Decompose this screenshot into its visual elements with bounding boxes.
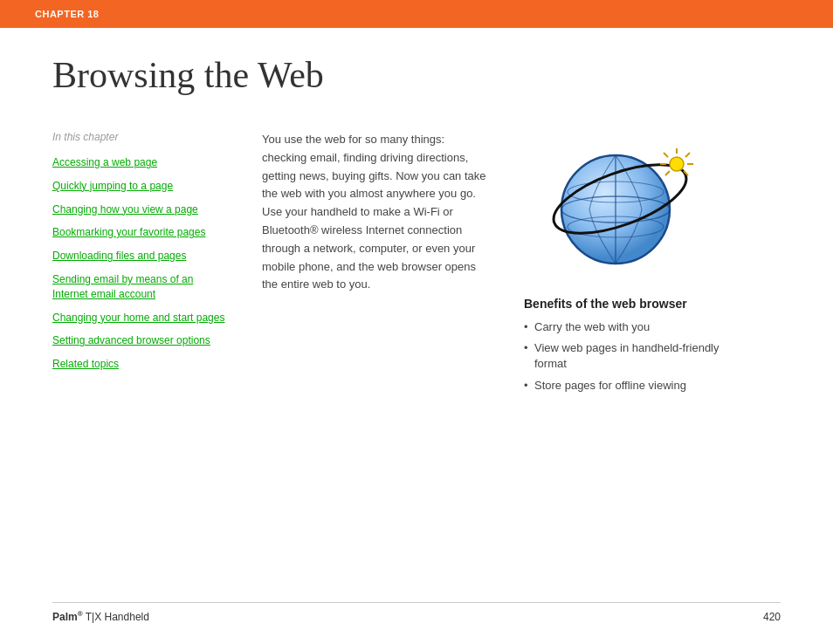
toc-link-8[interactable]: Setting advanced browser options xyxy=(52,333,227,348)
toc-link-6[interactable]: Sending email by means of an Internet em… xyxy=(52,272,227,302)
globe-illustration xyxy=(541,131,699,271)
page-footer: Palm® T|X Handheld 420 xyxy=(52,602,781,627)
right-content: Benefits of the web browser Carry the we… xyxy=(524,131,751,602)
toc-link-7[interactable]: Changing your home and start pages xyxy=(52,311,227,325)
left-sidebar: In this chapter Accessing a web page Qui… xyxy=(52,131,244,602)
benefit-item-2: View web pages in handheld-friendly form… xyxy=(524,340,751,372)
toc-link-2[interactable]: Quickly jumping to a page xyxy=(52,179,227,194)
svg-line-11 xyxy=(664,153,668,157)
model-name: T|X xyxy=(86,611,105,623)
toc-link-9[interactable]: Related topics xyxy=(52,357,227,372)
middle-content: You use the web for so many things: chec… xyxy=(244,131,524,602)
brand-name: Palm® xyxy=(52,611,83,623)
toc-link-1[interactable]: Accessing a web page xyxy=(52,155,227,170)
benefits-section: Benefits of the web browser Carry the we… xyxy=(524,297,751,399)
device-type: Handheld xyxy=(105,611,149,623)
benefit-item-3: Store pages for offline viewing xyxy=(524,378,751,394)
benefit-item-1: Carry the web with you xyxy=(524,319,751,335)
benefits-list: Carry the web with you View web pages in… xyxy=(524,319,751,394)
chapter-bar: CHAPTER 18 xyxy=(0,0,833,28)
toc-link-4[interactable]: Bookmarking your favorite pages xyxy=(52,225,227,240)
main-area: In this chapter Accessing a web page Qui… xyxy=(52,131,781,602)
svg-line-13 xyxy=(665,171,670,175)
svg-point-6 xyxy=(670,157,684,171)
footer-brand: Palm® T|X Handheld xyxy=(52,610,149,623)
toc-link-5[interactable]: Downloading files and pages xyxy=(52,249,227,264)
page-content: Browsing the Web In this chapter Accessi… xyxy=(0,28,833,644)
chapter-label: CHAPTER 18 xyxy=(35,9,99,19)
body-text: You use the web for so many things: chec… xyxy=(262,131,489,294)
page-number: 420 xyxy=(763,611,781,623)
svg-line-8 xyxy=(685,153,690,157)
toc-link-3[interactable]: Changing how you view a page xyxy=(52,202,227,217)
in-this-chapter-label: In this chapter xyxy=(52,131,227,143)
benefits-title: Benefits of the web browser xyxy=(524,297,751,311)
page-title: Browsing the Web xyxy=(52,54,781,96)
